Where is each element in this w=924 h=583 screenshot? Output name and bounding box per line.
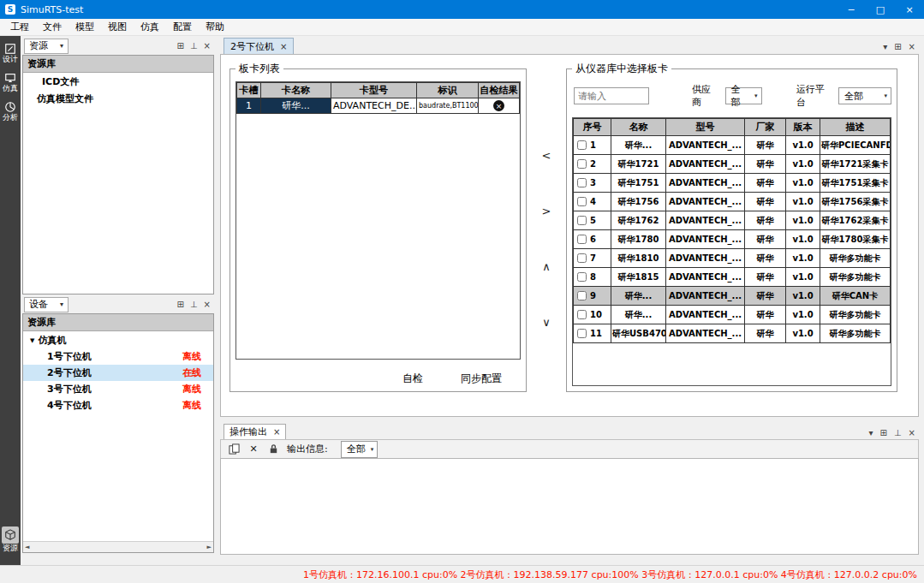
pin-panel-icon[interactable]: ⊥ xyxy=(190,41,198,51)
minimize-button[interactable]: ─ xyxy=(837,0,866,19)
library-row[interactable]: 2 研华1721 ADVANTECH_... 研华 v1.0 研华1721采集卡 xyxy=(574,155,891,174)
tab-close-icon[interactable]: × xyxy=(273,427,280,437)
vendor-select[interactable]: 全部 ▾ xyxy=(725,87,762,104)
output-filter-value: 全部 xyxy=(347,443,366,455)
col-header-selfcheck[interactable]: 自检结果 xyxy=(479,83,520,98)
row-checkbox[interactable] xyxy=(577,235,587,244)
device-tree-root[interactable]: 资源库 xyxy=(23,314,213,331)
row-checkbox[interactable] xyxy=(577,159,587,169)
row-checkbox[interactable] xyxy=(577,310,587,319)
row-checkbox[interactable] xyxy=(577,178,587,187)
pin-panel-icon[interactable]: ⊥ xyxy=(894,428,902,437)
tab-close-icon[interactable]: × xyxy=(280,42,287,51)
library-row[interactable]: 9 研华... ADVANTECH_... 研华 v1.0 研华CAN卡 xyxy=(574,287,891,306)
resource-panel-tab[interactable]: 资源 ▾ xyxy=(24,39,69,54)
chevron-down-icon[interactable]: ▾ xyxy=(60,42,63,50)
sync-config-button[interactable]: 同步配置 xyxy=(461,372,502,386)
row-checkbox[interactable] xyxy=(577,272,587,282)
tab-device-2[interactable]: 2号下位机 × xyxy=(224,38,294,54)
col-header-tag[interactable]: 标识 xyxy=(417,83,479,98)
cell-name: 研华1810 xyxy=(611,249,666,268)
output-content[interactable] xyxy=(220,458,919,555)
row-checkbox[interactable] xyxy=(577,140,587,150)
platform-select[interactable]: 全部 ▾ xyxy=(838,87,891,104)
output-tab[interactable]: 操作输出 × xyxy=(224,424,286,439)
search-input[interactable] xyxy=(574,87,649,104)
horizontal-scrollbar[interactable]: ◄ ► xyxy=(23,541,213,552)
chevron-down-icon[interactable]: ▾ xyxy=(883,42,887,51)
device-row-3[interactable]: 3号下位机 离线 xyxy=(23,381,213,397)
chevron-down-icon[interactable]: ▾ xyxy=(60,300,63,308)
float-panel-icon[interactable]: ⊞ xyxy=(894,42,901,51)
selfcheck-button[interactable]: 自检 xyxy=(402,372,423,386)
menu-item-model[interactable]: 模型 xyxy=(69,21,101,33)
library-row[interactable]: 7 研华1810 ADVANTECH_... 研华 v1.0 研华多功能卡 xyxy=(574,249,891,268)
library-row[interactable]: 5 研华1762 ADVANTECH_... 研华 v1.0 研华1762采集卡 xyxy=(574,211,891,230)
move-up-button[interactable]: ∧ xyxy=(542,260,551,273)
tree-item-model-files[interactable]: 仿真模型文件 xyxy=(23,90,213,107)
scroll-left-icon[interactable]: ◄ xyxy=(25,544,29,550)
row-checkbox[interactable] xyxy=(577,197,587,206)
move-right-button[interactable]: > xyxy=(542,205,551,217)
device-status-badge: 离线 xyxy=(182,383,201,396)
menu-item-simulation[interactable]: 仿真 xyxy=(134,21,166,33)
close-panel-icon[interactable]: × xyxy=(909,42,915,51)
tree-group-simulators[interactable]: ▼ 仿真机 xyxy=(23,331,213,348)
chevron-down-icon[interactable]: ▾ xyxy=(868,428,873,437)
col-header-version[interactable]: 版本 xyxy=(786,119,820,136)
col-header-card-name[interactable]: 卡名称 xyxy=(261,83,331,98)
library-row[interactable]: 11 研华USB4704 ADVANTECH_... 研华 v1.0 研华多功能… xyxy=(574,324,891,343)
library-row[interactable]: 1 研华... ADVANTECH_... 研华 v1.0 研华PCIECANF… xyxy=(574,136,891,155)
close-button[interactable]: × xyxy=(895,0,924,19)
activity-item-analysis[interactable]: 分析 xyxy=(1,101,20,122)
output-toolbar: ✕ 输出信息: 全部 ▾ xyxy=(220,439,919,458)
maximize-button[interactable]: □ xyxy=(866,0,895,19)
float-panel-icon[interactable]: ⊞ xyxy=(880,428,887,437)
output-filter-select[interactable]: 全部 ▾ xyxy=(341,441,379,458)
device-panel-tab[interactable]: 设备 ▾ xyxy=(24,297,69,312)
row-checkbox[interactable] xyxy=(577,291,587,300)
library-row[interactable]: 6 研华1780 ADVANTECH_... 研华 v1.0 研华1780采集卡 xyxy=(574,230,891,249)
library-row[interactable]: 4 研华1756 ADVANTECH_... 研华 v1.0 研华1756采集卡 xyxy=(574,193,891,211)
row-checkbox[interactable] xyxy=(577,216,587,225)
float-panel-icon[interactable]: ⊞ xyxy=(177,300,184,309)
col-header-model[interactable]: 型号 xyxy=(666,119,745,136)
col-header-name[interactable]: 名称 xyxy=(611,119,666,136)
activity-item-simulation[interactable]: 仿真 xyxy=(1,72,20,93)
library-row[interactable]: 3 研华1751 ADVANTECH_... 研华 v1.0 研华1751采集卡 xyxy=(574,174,891,193)
col-header-slot[interactable]: 卡槽 xyxy=(237,83,261,98)
menu-item-project[interactable]: 工程 xyxy=(3,21,36,33)
col-header-desc[interactable]: 描述 xyxy=(820,119,891,136)
menu-item-file[interactable]: 文件 xyxy=(36,21,69,33)
close-panel-icon[interactable]: × xyxy=(204,41,211,51)
move-left-button[interactable]: < xyxy=(542,149,551,162)
col-header-card-model[interactable]: 卡型号 xyxy=(331,83,417,98)
row-checkbox[interactable] xyxy=(577,329,587,338)
scroll-right-icon[interactable]: ► xyxy=(207,544,212,550)
activity-item-resource[interactable]: 资源 xyxy=(1,526,20,553)
resource-tree-root[interactable]: 资源库 xyxy=(23,56,213,73)
close-panel-icon[interactable]: × xyxy=(909,428,915,437)
row-checkbox[interactable] xyxy=(577,253,587,263)
lock-icon[interactable] xyxy=(267,443,279,455)
pin-panel-icon[interactable]: ⊥ xyxy=(190,300,198,309)
float-panel-icon[interactable]: ⊞ xyxy=(177,41,184,51)
device-row-4[interactable]: 4号下位机 离线 xyxy=(23,397,213,413)
board-table-row[interactable]: 1 研华... ADVANTECH_DE... baudrate,BT1100 … xyxy=(237,98,520,114)
col-header-vendor[interactable]: 厂家 xyxy=(745,119,786,136)
caret-down-icon[interactable]: ▼ xyxy=(30,337,34,344)
menu-item-view[interactable]: 视图 xyxy=(101,21,134,33)
close-panel-icon[interactable]: × xyxy=(204,300,211,309)
col-header-no[interactable]: 序号 xyxy=(574,119,611,136)
copy-icon[interactable] xyxy=(228,443,240,455)
device-row-2[interactable]: 2号下位机 在线 xyxy=(23,365,213,381)
move-down-button[interactable]: ∨ xyxy=(542,316,551,329)
library-row[interactable]: 10 研华... ADVANTECH_... 研华 v1.0 研华多功能卡 xyxy=(574,306,891,324)
tree-item-icd-files[interactable]: ICD文件 xyxy=(23,73,213,90)
device-row-1[interactable]: 1号下位机 离线 xyxy=(23,348,213,365)
menu-item-config[interactable]: 配置 xyxy=(166,21,199,33)
clear-output-icon[interactable]: ✕ xyxy=(247,443,259,455)
library-row[interactable]: 8 研华1815 ADVANTECH_... 研华 v1.0 研华多功能卡 xyxy=(574,268,891,287)
activity-item-design[interactable]: 设计 xyxy=(1,43,20,64)
menu-item-help[interactable]: 帮助 xyxy=(199,21,231,33)
